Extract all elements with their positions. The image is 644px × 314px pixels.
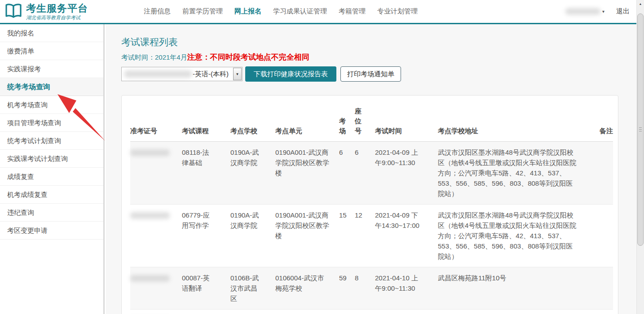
cell-time: 2021-04-09 上午9:00~11:30	[375, 142, 438, 205]
col-seat: 座位号	[355, 96, 375, 142]
open-book-logo-icon	[4, 3, 22, 21]
scrollbar-up-arrow-icon[interactable]: ▲	[637, 0, 644, 8]
course-select[interactable]: -英语-(本科) ▼	[121, 67, 243, 81]
sidebar-item-unified-exam-plan-query[interactable]: 统考考试计划查询	[0, 132, 103, 150]
col-site-unit: 考点单元	[275, 96, 339, 142]
exam-table-card: 准考证号 考试课程 考点学校 考点单元 考场 座位号 考试时间 考点学校地址 备…	[121, 95, 618, 314]
cell-seat: 12	[355, 205, 375, 267]
sidebar-item-computer-exam-room-query[interactable]: 机考考场查询	[0, 96, 103, 114]
logout-button[interactable]: 退出	[616, 7, 630, 16]
nav-item-online-registration[interactable]: 网上报名	[234, 7, 261, 16]
col-site-school: 考点学校	[230, 96, 275, 142]
brand-title: 考生服务平台	[26, 3, 88, 14]
sidebar-item-practical-course[interactable]: 实践课报考	[0, 60, 103, 78]
table-row: 08118-法律基础 0190A-武汉商学院 0190A001-武汉商学院汉阳校…	[130, 142, 613, 205]
cell-school: 0106B-武汉市武昌区	[230, 267, 275, 310]
cell-room: 71	[339, 310, 355, 314]
scrollbar-thumb[interactable]	[637, 13, 644, 246]
table-row: 00830-现代语言学 0106B-武汉市武昌区 0106004-武汉市梅苑学校…	[130, 310, 613, 314]
redacted-ticket-number	[130, 149, 170, 156]
col-school-address: 考点学校地址	[438, 96, 600, 142]
col-remark: 备注	[600, 96, 613, 142]
cell-remark	[600, 267, 613, 310]
cell-school: 0190A-武汉商学院	[230, 142, 275, 205]
table-header-row: 准考证号 考试课程 考点学校 考点单元 考场 座位号 考试时间 考点学校地址 备…	[130, 96, 613, 142]
page-scrollbar[interactable]: ▲	[636, 0, 644, 314]
cell-time: 2021-04-09 下午14:30~17:00	[375, 205, 438, 267]
cell-time: 2021-04-10 上午9:00~11:30	[375, 267, 438, 310]
cell-course: 00830-现代语言学	[182, 310, 230, 314]
col-ticket-number: 准考证号	[130, 96, 182, 142]
cell-address: 武汉市汉阳区墨水湖路48号武汉商学院汉阳校区（地铁4号线五里墩或汉阳火车站往汉阳…	[438, 205, 600, 267]
cell-seat: 6	[355, 142, 375, 205]
cell-time: 2021-04-10 下午14:30~17:00	[375, 310, 438, 314]
download-health-report-button[interactable]: 下载打印健康状况报告表	[245, 66, 336, 82]
sidebar-item-payment-list[interactable]: 缴费清单	[0, 42, 103, 60]
cell-remark	[600, 205, 613, 267]
nav-item-major-plan[interactable]: 专业计划管理	[377, 7, 418, 16]
top-header: 考生服务平台 湖北省高等教育自学考试 注册信息 前置学历管理 网上报名 学习成果…	[0, 0, 644, 24]
cell-unit: 0106004-武汉市梅苑学校	[275, 310, 339, 314]
sidebar-item-violation-query[interactable]: 违纪查询	[0, 204, 103, 222]
exam-course-table: 准考证号 考试课程 考点学校 考点单元 考场 座位号 考试时间 考点学校地址 备…	[130, 96, 613, 314]
col-room: 考场	[339, 96, 355, 142]
cell-course: 06779-应用写作学	[182, 205, 230, 267]
table-row: 00087-英语翻译 0106B-武汉市武昌区 0106004-武汉市梅苑学校 …	[130, 267, 613, 310]
cell-school: 0106B-武汉市武昌区	[230, 310, 275, 314]
cell-course: 08118-法律基础	[182, 142, 230, 205]
redacted-major-code	[124, 70, 192, 78]
cell-address: 武昌区梅苑路11附10号	[438, 310, 600, 314]
nav-item-register-info[interactable]: 注册信息	[144, 7, 171, 16]
cell-remark	[600, 310, 613, 314]
col-exam-time: 考试时间	[375, 96, 438, 142]
exam-time-label: 考试时间：2021年4月	[121, 53, 187, 61]
nav-item-prior-education[interactable]: 前置学历管理	[182, 7, 223, 16]
cell-room: 6	[339, 142, 355, 205]
controls-row: -英语-(本科) ▼ 下载打印健康状况报告表 打印考场通知单	[121, 66, 401, 82]
cell-unit: 0190A001-武汉商学院汉阳校区教学楼	[275, 205, 339, 267]
cell-unit: 0106004-武汉市梅苑学校	[275, 267, 339, 310]
exam-time-line: 考试时间：2021年4月注意：不同时段考试地点不完全相同	[121, 52, 309, 62]
cell-address: 武昌区梅苑路11附10号	[438, 267, 600, 310]
course-select-value: -英语-(本科)	[193, 70, 229, 78]
brand-subtitle: 湖北省高等教育自学考试	[26, 14, 88, 21]
redacted-ticket-number	[130, 212, 170, 219]
cell-address: 武汉市汉阳区墨水湖路48号武汉商学院汉阳校区（地铁4号线五里墩或汉阳火车站往汉阳…	[438, 142, 600, 205]
sidebar-item-unified-exam-room-query[interactable]: 统考考场查询	[0, 78, 103, 96]
brand: 考生服务平台 湖北省高等教育自学考试	[4, 3, 88, 21]
cell-seat: 8	[355, 267, 375, 310]
cell-seat: 3	[355, 310, 375, 314]
main-content: 考试课程列表 考试时间：2021年4月注意：不同时段考试地点不完全相同 -英语-…	[106, 24, 636, 314]
sidebar-item-exam-area-change[interactable]: 考区变更申请	[0, 222, 103, 240]
user-area: ▾ 退出	[565, 0, 630, 23]
notice-text: 注意：不同时段考试地点不完全相同	[187, 53, 309, 61]
sidebar-item-practical-exam-plan-query[interactable]: 实践课考试计划查询	[0, 150, 103, 168]
cell-room: 15	[339, 205, 355, 267]
cell-unit: 0190A001-武汉商学院汉阳校区教学楼	[275, 142, 339, 205]
sidebar-item-score-recheck[interactable]: 成绩复查	[0, 168, 103, 186]
sidebar: 我的报名 缴费清单 实践课报考 统考考场查询 机考考场查询 项目管理考场查询 统…	[0, 24, 105, 314]
sidebar-item-computer-score-recheck[interactable]: 机考成绩复查	[0, 186, 103, 204]
top-nav: 注册信息 前置学历管理 网上报名 学习成果认证管理 考籍管理 专业计划管理	[144, 0, 418, 23]
nav-item-exam-status[interactable]: 考籍管理	[339, 7, 366, 16]
table-row: 06779-应用写作学 0190A-武汉商学院 0190A001-武汉商学院汉阳…	[130, 205, 613, 267]
cell-course: 00087-英语翻译	[182, 267, 230, 310]
sidebar-item-my-registration[interactable]: 我的报名	[0, 24, 103, 42]
redacted-ticket-number	[130, 275, 170, 282]
cell-remark	[600, 142, 613, 205]
select-caret-icon[interactable]: ▼	[233, 68, 242, 80]
redacted-username[interactable]	[565, 8, 600, 15]
page-title: 考试课程列表	[121, 36, 178, 48]
col-exam-course: 考试课程	[182, 96, 230, 142]
print-exam-notice-button[interactable]: 打印考场通知单	[340, 66, 401, 82]
cell-room: 59	[339, 267, 355, 310]
nav-item-learning-outcome[interactable]: 学习成果认证管理	[273, 7, 327, 16]
sidebar-item-project-mgmt-room-query[interactable]: 项目管理考场查询	[0, 114, 103, 132]
cell-school: 0190A-武汉商学院	[230, 205, 275, 267]
user-menu-caret-icon[interactable]: ▾	[602, 9, 604, 14]
